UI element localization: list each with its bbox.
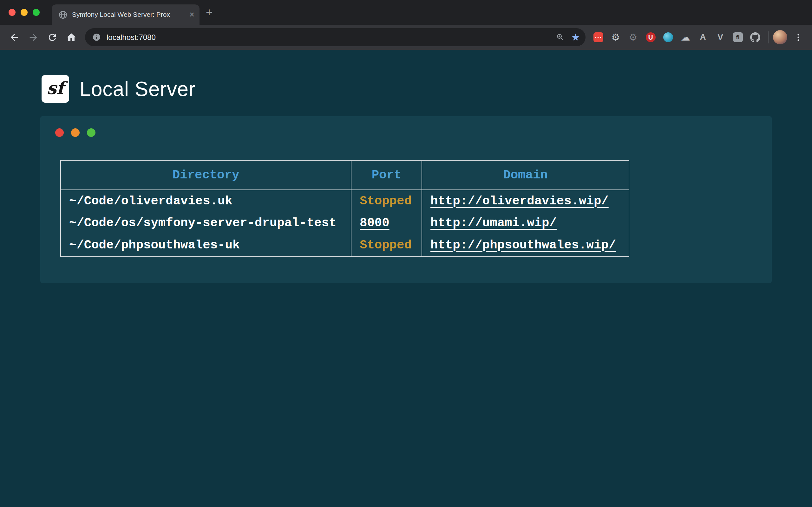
symfony-logo: sf	[42, 75, 69, 103]
profile-avatar[interactable]	[773, 30, 787, 44]
browser-tab[interactable]: Symfony Local Web Server: Prox ×	[52, 4, 200, 25]
symfony-logo-text: sf	[47, 78, 64, 98]
server-card: Directory Port Domain ~/Code/oliverdavie…	[40, 116, 772, 283]
red-grid-extension-icon[interactable]: ⋯	[591, 31, 605, 44]
github-extension-icon[interactable]	[748, 31, 762, 44]
card-dot-orange	[71, 128, 80, 137]
tab-strip: Symfony Local Web Server: Prox × +	[0, 0, 812, 25]
site-info-icon[interactable]	[90, 31, 103, 44]
toolbar-separator	[768, 32, 768, 43]
forward-button[interactable]	[24, 28, 43, 47]
tab-title: Symfony Local Web Server: Prox	[72, 11, 185, 18]
ublock-extension-icon[interactable]: U	[644, 31, 658, 44]
window-controls	[9, 0, 40, 25]
window-minimize-button[interactable]	[20, 9, 28, 16]
table-header-row: Directory Port Domain	[61, 161, 629, 190]
directory-cell: ~/Code/phpsouthwales-uk	[61, 234, 351, 257]
column-header-directory: Directory	[61, 161, 351, 190]
domain-cell: http://umami.wip/	[422, 212, 629, 234]
port-cell: 8000	[351, 212, 422, 234]
letter-a-extension-icon[interactable]: A	[696, 31, 710, 44]
teal-circle-extension-icon[interactable]	[661, 31, 675, 44]
port-cell: Stopped	[351, 234, 422, 257]
directory-cell: ~/Code/oliverdavies.uk	[61, 190, 351, 212]
tab-favicon-globe-icon	[59, 10, 67, 19]
port-status-stopped: Stopped	[360, 238, 412, 252]
card-window-dots	[40, 128, 772, 137]
table-row: ~/Code/oliverdavies.uk Stopped http://ol…	[61, 190, 629, 212]
domain-link[interactable]: http://umami.wip/	[430, 216, 557, 230]
bookmark-star-icon[interactable]	[568, 31, 582, 44]
cloud-extension-icon[interactable]: ☁	[678, 31, 693, 44]
window-close-button[interactable]	[9, 9, 15, 16]
reload-button[interactable]	[43, 28, 61, 47]
back-button[interactable]	[5, 28, 23, 47]
tab-close-icon[interactable]: ×	[189, 10, 194, 19]
card-dot-green	[87, 128, 96, 137]
zoom-icon[interactable]	[553, 31, 567, 44]
home-button[interactable]	[62, 28, 81, 47]
domain-cell: http://oliverdavies.wip/	[422, 190, 629, 212]
brand-header: sf Local Server	[0, 50, 812, 103]
fl-extension-icon[interactable]: fl	[731, 31, 745, 44]
browser-menu-icon[interactable]	[790, 29, 807, 46]
page-content: sf Local Server Directory Port Domain ~/…	[0, 50, 812, 507]
address-bar[interactable]: localhost:7080	[85, 28, 586, 46]
table-row: ~/Code/os/symfony-server-drupal-test 800…	[61, 212, 629, 234]
new-tab-button[interactable]: +	[206, 0, 212, 25]
extensions-bar: ⋯ ⚙ ⚙ U ☁ A V fl	[591, 31, 762, 44]
table-row: ~/Code/phpsouthwales-uk Stopped http://p…	[61, 234, 629, 257]
page-title: Local Server	[80, 77, 195, 101]
domain-link[interactable]: http://oliverdavies.wip/	[430, 194, 609, 208]
port-status-stopped: Stopped	[360, 194, 412, 208]
url-text[interactable]: localhost:7080	[105, 33, 552, 42]
dark-gear-extension-icon[interactable]: ⚙	[626, 31, 640, 44]
window-zoom-button[interactable]	[33, 9, 40, 16]
browser-toolbar: localhost:7080 ⋯ ⚙ ⚙ U ☁ A V	[0, 25, 812, 50]
port-link[interactable]: 8000	[360, 216, 390, 230]
directory-cell: ~/Code/os/symfony-server-drupal-test	[61, 212, 351, 234]
domain-cell: http://phpsouthwales.wip/	[422, 234, 629, 257]
port-cell: Stopped	[351, 190, 422, 212]
servers-table: Directory Port Domain ~/Code/oliverdavie…	[60, 160, 629, 257]
domain-link[interactable]: http://phpsouthwales.wip/	[430, 238, 616, 252]
column-header-port: Port	[351, 161, 422, 190]
letter-v-extension-icon[interactable]: V	[713, 31, 727, 44]
column-header-domain: Domain	[422, 161, 629, 190]
gear-extension-icon[interactable]: ⚙	[609, 31, 623, 44]
card-dot-red	[55, 128, 64, 137]
